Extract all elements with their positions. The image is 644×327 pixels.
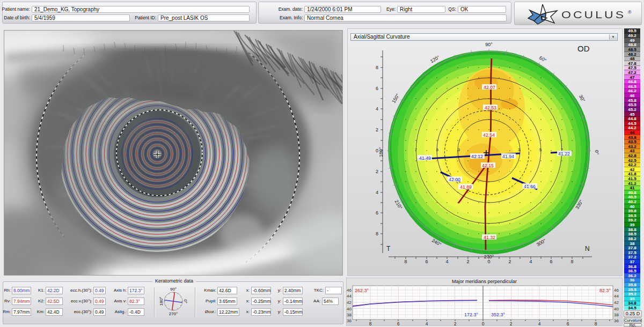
svg-text:44: 44 bbox=[614, 294, 619, 299]
svg-text:46: 46 bbox=[614, 288, 619, 293]
svg-text:40: 40 bbox=[614, 307, 619, 311]
svg-text:180°: 180° bbox=[159, 297, 164, 306]
svg-text:41.94: 41.94 bbox=[502, 154, 514, 159]
svg-text:41.22: 41.22 bbox=[558, 151, 570, 157]
svg-text:6: 6 bbox=[397, 321, 400, 326]
svg-text:41.66: 41.66 bbox=[524, 184, 536, 189]
svg-text:4: 4 bbox=[426, 321, 428, 326]
svg-text:36: 36 bbox=[347, 318, 352, 323]
svg-text:0°: 0° bbox=[183, 299, 188, 303]
svg-text:4: 4 bbox=[376, 190, 378, 195]
svg-text:38: 38 bbox=[614, 313, 619, 317]
svg-text:N: N bbox=[585, 245, 590, 252]
svg-text:T: T bbox=[386, 245, 391, 252]
svg-text:4: 4 bbox=[529, 259, 532, 264]
svg-text:6: 6 bbox=[567, 321, 569, 326]
svg-text:270°: 270° bbox=[169, 311, 178, 316]
svg-text:82.3°: 82.3° bbox=[599, 288, 611, 293]
svg-text:150°: 150° bbox=[391, 93, 400, 104]
svg-text:41.32: 41.32 bbox=[484, 235, 495, 240]
svg-text:2: 2 bbox=[510, 321, 513, 326]
svg-text:8: 8 bbox=[369, 321, 372, 326]
svg-text:42.00: 42.00 bbox=[449, 177, 460, 182]
svg-text:352.3°: 352.3° bbox=[491, 312, 506, 317]
svg-text:41.89: 41.89 bbox=[460, 184, 472, 190]
svg-text:8: 8 bbox=[595, 321, 597, 326]
svg-text:OD: OD bbox=[577, 44, 590, 53]
svg-text:3: 3 bbox=[518, 148, 520, 152]
svg-text:0°: 0° bbox=[594, 150, 599, 155]
svg-text:42.12: 42.12 bbox=[471, 154, 483, 159]
svg-text:42: 42 bbox=[614, 300, 619, 305]
svg-text:5: 5 bbox=[539, 148, 541, 152]
svg-text:2: 2 bbox=[466, 259, 469, 264]
svg-text:30°: 30° bbox=[578, 94, 587, 103]
svg-text:42: 42 bbox=[347, 300, 352, 305]
svg-text:5: 5 bbox=[436, 148, 438, 152]
svg-text:262.3°: 262.3° bbox=[355, 288, 369, 293]
svg-text:42.07: 42.07 bbox=[484, 85, 495, 90]
svg-text:42.53: 42.53 bbox=[485, 105, 496, 110]
svg-text:6: 6 bbox=[376, 210, 378, 215]
svg-text:4: 4 bbox=[376, 106, 378, 112]
svg-text:270°: 270° bbox=[484, 254, 494, 259]
svg-text:41.49: 41.49 bbox=[419, 155, 431, 161]
svg-text:36: 36 bbox=[614, 318, 619, 323]
svg-text:40: 40 bbox=[347, 307, 352, 311]
svg-text:42.15: 42.15 bbox=[482, 163, 494, 168]
svg-text:2: 2 bbox=[508, 259, 511, 264]
svg-text:0: 0 bbox=[487, 259, 490, 264]
svg-text:42.54: 42.54 bbox=[483, 132, 495, 138]
svg-text:4: 4 bbox=[445, 259, 448, 264]
svg-text:8: 8 bbox=[376, 231, 378, 236]
svg-text:2: 2 bbox=[376, 169, 378, 174]
svg-text:3: 3 bbox=[458, 148, 460, 152]
svg-text:180°: 180° bbox=[378, 147, 384, 157]
svg-text:46: 46 bbox=[347, 288, 352, 293]
svg-text:7: 7 bbox=[415, 148, 417, 152]
svg-text:90°: 90° bbox=[485, 42, 493, 47]
svg-text:38: 38 bbox=[347, 313, 352, 317]
svg-text:8: 8 bbox=[404, 259, 407, 264]
svg-text:6: 6 bbox=[550, 259, 552, 264]
svg-text:60°: 60° bbox=[538, 55, 547, 64]
svg-text:0: 0 bbox=[482, 321, 485, 326]
svg-text:44: 44 bbox=[347, 294, 352, 299]
svg-text:2: 2 bbox=[454, 321, 457, 326]
svg-text:6: 6 bbox=[376, 86, 378, 91]
svg-text:8: 8 bbox=[376, 65, 378, 70]
svg-text:8: 8 bbox=[570, 259, 573, 264]
svg-text:172.3°: 172.3° bbox=[464, 312, 479, 317]
svg-text:2: 2 bbox=[376, 127, 378, 132]
svg-text:4: 4 bbox=[538, 321, 541, 326]
svg-text:6: 6 bbox=[425, 259, 428, 264]
svg-text:90°: 90° bbox=[170, 287, 177, 292]
